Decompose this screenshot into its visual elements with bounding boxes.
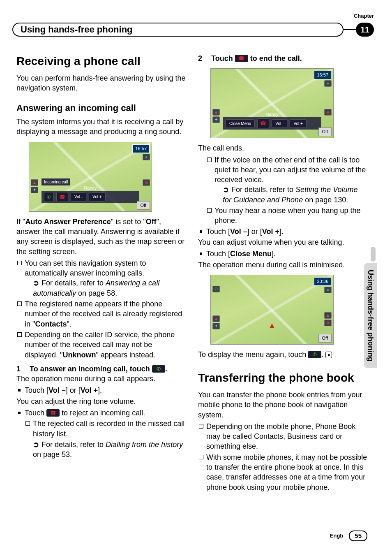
- chapter-label: Chapter: [354, 12, 374, 20]
- transfer-intro: You can transfer the phone book entries …: [198, 390, 367, 420]
- auto-answer-paragraph: If "Auto Answer Preference" is set to "O…: [16, 217, 186, 257]
- transfer-note-1: Depending on the mobile phone, Phone Boo…: [206, 422, 367, 452]
- vol-plus-button[interactable]: Vol +: [290, 119, 307, 128]
- current-location-icon: ▲: [268, 320, 276, 330]
- page-number: 55: [349, 531, 367, 541]
- answering-intro: The system informs you that it is receiv…: [16, 117, 186, 137]
- answer-icon[interactable]: ✆: [44, 192, 54, 202]
- vol-talk-after: You can adjust volume when you are talki…: [198, 237, 367, 247]
- pill-connector: [344, 29, 356, 30]
- section-end-icon: ■: [325, 352, 332, 358]
- map-button-icon: ●: [324, 80, 332, 87]
- ss-time: 16:57: [314, 71, 331, 79]
- off-button[interactable]: Off: [318, 127, 332, 136]
- screenshot-in-call: 16:57 ▲ ✦ ● ◉ Nancy Close Menu ☎ Vol - V…: [210, 68, 334, 138]
- ss-time: 23:36: [314, 277, 331, 286]
- answer-icon[interactable]: ✆: [308, 351, 321, 358]
- caller-name: Nancy: [211, 111, 333, 118]
- map-button-icon: ●: [324, 287, 332, 293]
- right-column: 2 Touch ☎ to end the call. 16:57 ▲ ✦ ● ◉…: [198, 53, 367, 493]
- vol-minus-button[interactable]: Vol -: [272, 119, 287, 128]
- off-button[interactable]: Off: [318, 334, 332, 343]
- incoming-call-label: Incoming call: [42, 178, 70, 186]
- reference-arrow-icon: ➲: [33, 279, 39, 287]
- heading-answering: Answering an incoming call: [16, 102, 186, 114]
- screenshot-minimised: 23:36 ✆ ▲ ✦ ● ▲ ◉ ▲ Off: [210, 275, 334, 345]
- off-button[interactable]: Off: [137, 201, 150, 210]
- transfer-note-2: With some mobile phones, it may not be p…: [206, 452, 367, 492]
- note-volume-quiet: If the voice on the other end of the cal…: [214, 155, 367, 205]
- step1-after: The operation menu during a call appears…: [16, 374, 186, 384]
- vol-talk-line: Touch [Vol –] or [Vol +].: [206, 227, 367, 236]
- hangup-icon[interactable]: ☎: [46, 409, 60, 417]
- footer-lang: Engb: [330, 532, 344, 540]
- hangup-icon[interactable]: ☎: [235, 55, 248, 62]
- screenshot-incoming-call: 16:57 ▲ ✦ ● ◉ Incoming call Nancy ✆ ☎ Vo…: [29, 142, 152, 212]
- caller-name: Nancy: [29, 185, 152, 191]
- note-hangup-noise: You may hear a noise when you hang up th…: [214, 206, 367, 226]
- close-menu-after: The operation menu during call is minimi…: [198, 260, 367, 270]
- section-title-pill: Using hands-free phoning: [12, 23, 344, 37]
- step-1: 1 To answer an incoming call, touch ✆.: [16, 364, 186, 374]
- reject-line: Touch ☎ to reject an incoming call. The …: [25, 408, 186, 459]
- map-button-icon: ▲: [324, 312, 332, 319]
- hangup-icon[interactable]: ☎: [56, 192, 68, 202]
- map-button-icon: ✦: [212, 323, 220, 329]
- redisplay-line: To display the menu again, touch ✆. ■: [198, 350, 367, 359]
- reference-arrow-icon: ➲: [223, 185, 229, 194]
- reject-sub: The rejected call is recorded in the mis…: [33, 419, 186, 439]
- ss-time: 16:57: [132, 144, 150, 153]
- left-column: Receiving a phone call You can perform h…: [16, 53, 186, 493]
- section-title: Using hands-free phoning: [21, 23, 133, 36]
- vol-minus-button[interactable]: Vol -: [71, 192, 86, 202]
- close-menu-button[interactable]: Close Menu: [226, 119, 255, 128]
- heading-transfer: Transferring the phone book: [198, 370, 367, 386]
- intro-text: You can perform hands-free answering by …: [16, 73, 186, 93]
- map-button-icon: ◉: [324, 320, 332, 326]
- chapter-number-badge: 11: [356, 23, 374, 37]
- side-accent: [371, 247, 376, 262]
- map-button-icon: ●: [143, 154, 150, 160]
- map-button-icon: ▲: [212, 315, 220, 322]
- vol-adjust-after: You can adjust the ring tone volume.: [16, 396, 186, 406]
- close-menu-line: Touch [Close Menu].: [206, 249, 367, 259]
- note-caller-id: Depending on the caller ID service, the …: [25, 330, 186, 360]
- answer-icon[interactable]: ✆: [212, 286, 220, 292]
- note-auto-answer: You can set this navigation system to au…: [25, 258, 186, 298]
- footer: Engb 55: [330, 531, 367, 541]
- answer-icon[interactable]: ✆: [152, 365, 165, 373]
- header-row: Using hands-free phoning 11: [12, 23, 374, 37]
- vol-adjust-line: Touch [Vol –] or [Vol +].: [25, 385, 186, 395]
- hangup-icon[interactable]: ☎: [257, 118, 269, 128]
- note-registered-name: The registered name appears if the phone…: [25, 299, 186, 329]
- call-ends: The call ends.: [198, 143, 367, 153]
- vol-plus-button[interactable]: Vol +: [89, 192, 106, 202]
- reference-arrow-icon: ➲: [33, 440, 39, 449]
- heading-receiving: Receiving a phone call: [16, 53, 186, 69]
- step-2: 2 Touch ☎ to end the call.: [198, 53, 367, 63]
